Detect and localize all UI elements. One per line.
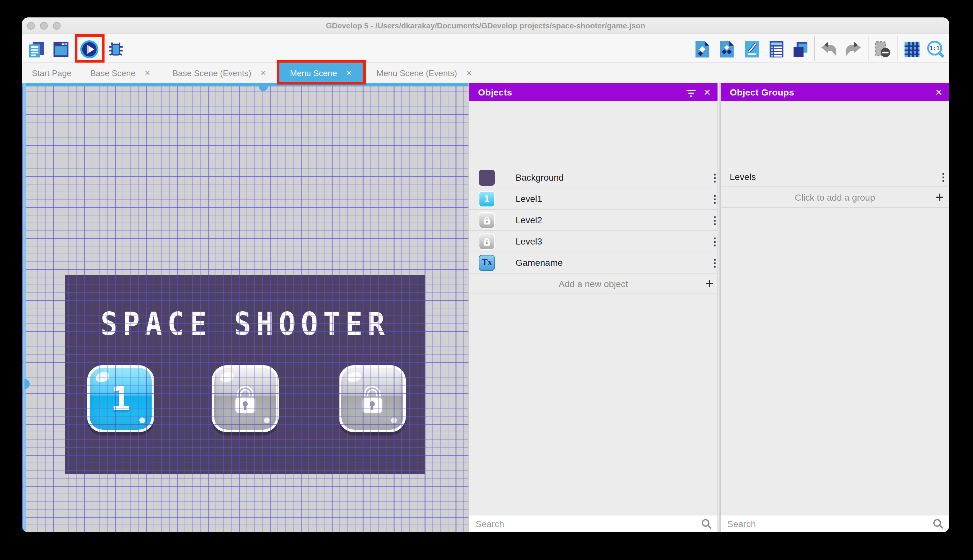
tab-label: Base Scene <box>90 68 135 78</box>
window-title: GDevelop 5 - /Users/dkarakay/Documents/G… <box>326 21 645 30</box>
annotation-box-play-button <box>75 34 105 63</box>
tab-label: Base Scene (Events) <box>173 68 251 78</box>
text-object-thumbnail: Tx <box>479 255 495 271</box>
properties-panel-icon[interactable] <box>743 40 761 59</box>
object-groups-panel: Object Groups ✕ Levels ⋮ Click to add a … <box>720 83 949 532</box>
tab-label: Menu Scene (Events) <box>377 68 457 78</box>
tab-base-scene-events[interactable]: Base Scene (Events) ✕ <box>165 63 274 83</box>
instances-list-icon[interactable] <box>767 40 786 59</box>
object-groups-panel-title: Object Groups <box>721 87 794 97</box>
vertical-scrollbar[interactable] <box>23 83 26 532</box>
group-row-levels[interactable]: Levels ⋮ <box>721 167 949 187</box>
toolbar-separator <box>814 36 815 61</box>
objects-panel-title: Objects <box>469 87 512 97</box>
traffic-lights <box>27 22 61 30</box>
groups-search-input[interactable] <box>721 519 932 529</box>
object-name: Background <box>515 172 563 183</box>
add-icon[interactable]: + <box>705 277 714 291</box>
main-area: SPACE SHOOTER 1 <box>22 83 949 532</box>
titlebar: GDevelop 5 - /Users/dkarakay/Documents/G… <box>22 17 949 34</box>
close-panel-icon[interactable]: ✕ <box>702 87 712 97</box>
object-row-level2[interactable]: Level2 ⋮ <box>469 210 718 231</box>
search-icon <box>701 518 712 530</box>
add-group-row[interactable]: Click to add a group + <box>721 187 949 208</box>
search-icon <box>932 518 944 530</box>
object-name: Level3 <box>515 236 542 247</box>
object-row-level1[interactable]: 1 Level1 ⋮ <box>469 188 718 210</box>
annotation-box-menu-scene-tab <box>277 60 366 85</box>
zoom-window-button[interactable] <box>53 22 61 30</box>
toolbar-separator <box>898 36 898 61</box>
groups-search-bar <box>721 515 949 532</box>
object-thumbnail: 1 <box>479 191 495 207</box>
toggle-grid-icon[interactable] <box>903 40 921 59</box>
object-name: Level2 <box>515 215 542 225</box>
lock-icon <box>482 215 491 225</box>
objects-panel-header: Objects ✕ <box>469 83 718 101</box>
objects-panel: Objects ✕ Background ⋮ 1 <box>468 83 718 532</box>
project-manager-icon[interactable] <box>27 40 46 59</box>
undo-icon[interactable] <box>820 40 838 59</box>
zoom-ratio-label: 1:1 <box>930 45 940 52</box>
close-window-button[interactable] <box>27 22 35 30</box>
scene-editor-icon[interactable] <box>52 40 70 59</box>
text-object-glyph: Tx <box>482 257 492 268</box>
object-name: Gamename <box>515 257 563 268</box>
add-object-label: Add a new object <box>559 278 628 289</box>
zoom-1-1-icon[interactable]: 1:1 <box>926 40 945 59</box>
filter-icon[interactable] <box>686 88 696 99</box>
object-thumbnail <box>479 169 495 185</box>
minimize-window-button[interactable] <box>40 22 48 30</box>
objects-search-input[interactable] <box>469 519 701 529</box>
debug-icon[interactable] <box>107 40 125 59</box>
object-name: Level1 <box>515 193 542 204</box>
toolbar-separator <box>868 36 868 61</box>
add-icon[interactable]: + <box>936 190 944 204</box>
object-thumbnail <box>479 212 495 228</box>
object-thumbnail <box>479 233 495 249</box>
tab-menu-scene-events[interactable]: Menu Scene (Events) ✕ <box>368 63 481 83</box>
layers-panel-icon[interactable] <box>791 40 810 59</box>
tab-close-icon[interactable]: ✕ <box>145 69 150 77</box>
tab-close-icon[interactable]: ✕ <box>466 69 472 77</box>
toolbar: 1:1 <box>22 34 949 63</box>
tab-label: Start Page <box>32 68 72 78</box>
object-row-level3[interactable]: Level3 ⋮ <box>469 231 718 252</box>
screenshot-stage: GDevelop 5 - /Users/dkarakay/Documents/G… <box>0 0 973 560</box>
tab-start-page[interactable]: Start Page <box>25 63 79 83</box>
object-groups-panel-header: Object Groups ✕ <box>721 83 949 101</box>
close-panel-icon[interactable]: ✕ <box>934 87 944 97</box>
tab-base-scene[interactable]: Base Scene ✕ <box>83 63 158 83</box>
gdevelop-window: GDevelop 5 - /Users/dkarakay/Documents/G… <box>22 17 949 532</box>
objects-search-bar <box>469 515 718 532</box>
add-object-row[interactable]: Add a new object + <box>469 273 718 294</box>
tab-bar: Start Page Base Scene ✕ Base Scene (Even… <box>22 63 949 83</box>
tab-close-icon[interactable]: ✕ <box>260 69 266 77</box>
redo-icon[interactable] <box>844 40 863 59</box>
kebab-menu-icon[interactable]: ⋮ <box>938 171 948 183</box>
panel-divider[interactable] <box>718 83 720 532</box>
object-row-background[interactable]: Background ⋮ <box>469 167 718 188</box>
object-row-gamename[interactable]: Tx Gamename ⋮ <box>469 252 718 273</box>
clear-selection-icon[interactable] <box>873 40 892 59</box>
lock-icon <box>482 237 491 246</box>
group-name: Levels <box>730 172 756 182</box>
object-groups-panel-icon[interactable] <box>718 40 736 59</box>
mini-level-number: 1 <box>484 194 490 203</box>
objects-panel-icon[interactable] <box>693 40 712 59</box>
add-group-label: Click to add a group <box>795 192 875 202</box>
